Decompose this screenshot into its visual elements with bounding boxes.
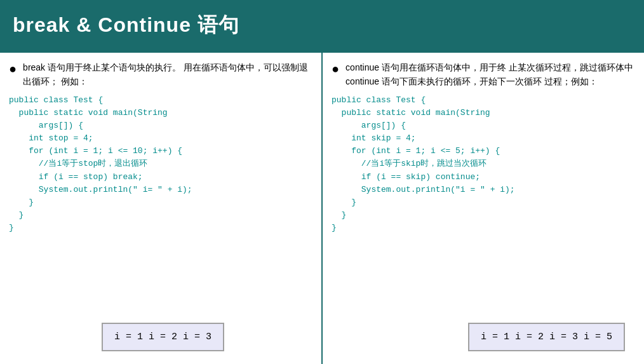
- header: break & Continue 语句: [0, 0, 644, 51]
- continue-code: public class Test { public static void m…: [332, 94, 635, 235]
- main-content: ● break 语句用于终止某个语句块的执行。 用在循环语句体中，可以强制退出循…: [0, 51, 644, 364]
- bullet-right: ●: [332, 62, 339, 76]
- page-title: break & Continue 语句: [13, 11, 239, 39]
- break-description-section: ● break 语句用于终止某个语句块的执行。 用在循环语句体中，可以强制退出循…: [9, 60, 312, 89]
- break-description: break 语句用于终止某个语句块的执行。 用在循环语句体中，可以强制退出循环；…: [23, 60, 312, 89]
- continue-description: continue 语句用在循环语句体中，用于终 止某次循环过程，跳过循环体中 c…: [345, 60, 635, 89]
- continue-output: i = 1 i = 2 i = 3 i = 5: [468, 323, 625, 352]
- bullet-left: ●: [9, 62, 17, 76]
- break-output: i = 1 i = 2 i = 3: [102, 323, 224, 352]
- panel-continue: ● continue 语句用在循环语句体中，用于终 止某次循环过程，跳过循环体中…: [323, 53, 644, 364]
- continue-description-section: ● continue 语句用在循环语句体中，用于终 止某次循环过程，跳过循环体中…: [332, 60, 635, 89]
- panel-break: ● break 语句用于终止某个语句块的执行。 用在循环语句体中，可以强制退出循…: [0, 53, 323, 364]
- break-code: public class Test { public static void m…: [9, 94, 312, 235]
